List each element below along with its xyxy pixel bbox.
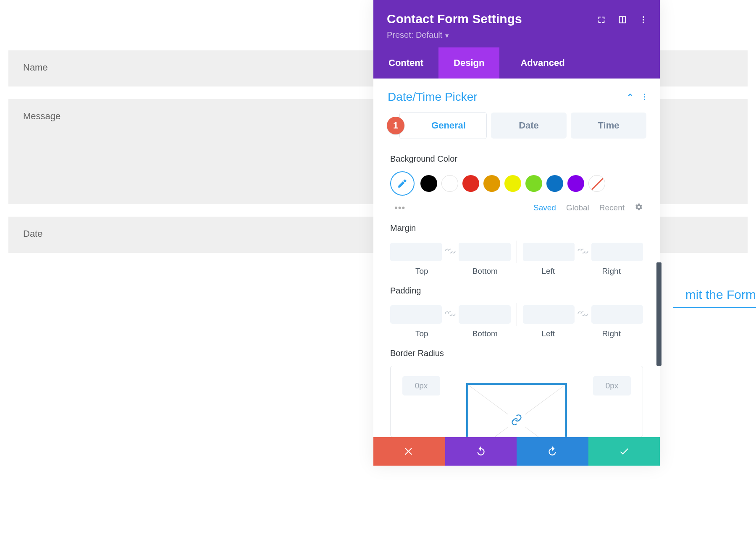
palette-tab-saved[interactable]: Saved xyxy=(533,203,556,212)
section-kebab-icon[interactable]: ⁝ xyxy=(643,91,646,103)
cancel-button[interactable] xyxy=(373,437,445,466)
svg-point-1 xyxy=(643,19,644,21)
swatch-black[interactable] xyxy=(420,175,437,192)
label-bottom: Bottom xyxy=(454,329,517,338)
tab-design[interactable]: Design xyxy=(438,47,499,79)
preset-label: Preset: Default xyxy=(387,30,442,39)
subtab-date[interactable]: Date xyxy=(491,113,567,139)
more-dots-icon[interactable]: ••• xyxy=(394,202,405,213)
palette-tab-global[interactable]: Global xyxy=(566,203,589,212)
border-radius-control: 0px 0px xyxy=(390,366,643,437)
swatch-red[interactable] xyxy=(462,175,479,192)
label-right: Right xyxy=(580,329,643,338)
subtab-general[interactable]: General xyxy=(399,112,487,139)
padding-bottom-input[interactable] xyxy=(459,305,510,324)
padding-top-input[interactable] xyxy=(390,305,442,324)
main-tabs: Content Design Advanced xyxy=(373,47,660,79)
chevron-up-icon[interactable]: ⌃ xyxy=(627,92,634,102)
label-left: Left xyxy=(517,329,580,338)
layout-icon[interactable] xyxy=(618,15,627,24)
link-icon[interactable] xyxy=(577,247,589,257)
swatch-yellow[interactable] xyxy=(504,175,521,192)
svg-point-2 xyxy=(643,22,644,24)
swatch-purple[interactable] xyxy=(567,175,584,192)
padding-left-input[interactable] xyxy=(523,305,575,324)
modal-footer xyxy=(373,437,660,466)
link-icon[interactable] xyxy=(444,247,456,257)
undo-button[interactable] xyxy=(445,437,517,466)
settings-panel: Date/Time Picker ⌃ ⁝ 1 General Date Time… xyxy=(373,79,660,437)
label-bottom: Bottom xyxy=(454,267,517,276)
chevron-down-icon: ▼ xyxy=(444,32,450,39)
padding-label: Padding xyxy=(390,286,643,296)
subtab-time[interactable]: Time xyxy=(571,113,646,139)
margin-right-input[interactable] xyxy=(591,243,643,261)
preset-selector[interactable]: Preset: Default▼ xyxy=(387,30,646,40)
swatch-blue[interactable] xyxy=(546,175,563,192)
swatch-orange[interactable] xyxy=(483,175,500,192)
label-right: Right xyxy=(580,267,643,276)
border-radius-tl-input[interactable]: 0px xyxy=(402,376,440,396)
submit-button[interactable]: mit the Form xyxy=(673,288,756,308)
margin-top-input[interactable] xyxy=(390,243,442,261)
label-left: Left xyxy=(517,267,580,276)
section-title[interactable]: Date/Time Picker xyxy=(388,90,478,104)
swatch-none[interactable] xyxy=(588,175,605,192)
margin-left-input[interactable] xyxy=(523,243,575,261)
link-icon[interactable] xyxy=(577,309,589,320)
tab-advanced[interactable]: Advanced xyxy=(499,47,585,79)
redo-button[interactable] xyxy=(517,437,588,466)
save-button[interactable] xyxy=(588,437,660,466)
settings-modal: Contact Form Settings Preset: Default▼ C… xyxy=(373,0,660,466)
tab-content[interactable]: Content xyxy=(373,47,438,79)
margin-bottom-input[interactable] xyxy=(459,243,510,261)
margin-label: Margin xyxy=(390,223,643,233)
border-radius-label: Border Radius xyxy=(390,348,643,358)
link-icon[interactable] xyxy=(508,411,525,430)
border-preview xyxy=(466,383,567,437)
background-color-label: Background Color xyxy=(390,154,643,164)
separator xyxy=(517,303,517,326)
color-picker-button[interactable] xyxy=(390,171,415,196)
swatch-green[interactable] xyxy=(525,175,542,192)
step-badge: 1 xyxy=(387,117,404,134)
expand-icon[interactable] xyxy=(597,15,606,24)
label-top: Top xyxy=(390,329,454,338)
border-radius-tr-input[interactable]: 0px xyxy=(593,376,631,396)
palette-tab-recent[interactable]: Recent xyxy=(599,203,625,212)
kebab-icon[interactable] xyxy=(639,15,648,24)
padding-right-input[interactable] xyxy=(591,305,643,324)
label-top: Top xyxy=(390,267,454,276)
modal-header: Contact Form Settings Preset: Default▼ xyxy=(373,0,660,47)
link-icon[interactable] xyxy=(444,309,456,320)
gear-icon[interactable] xyxy=(635,203,643,213)
separator xyxy=(517,241,517,263)
scrollbar-thumb[interactable] xyxy=(656,262,662,366)
svg-point-0 xyxy=(643,16,644,18)
swatch-white[interactable] xyxy=(441,175,458,192)
